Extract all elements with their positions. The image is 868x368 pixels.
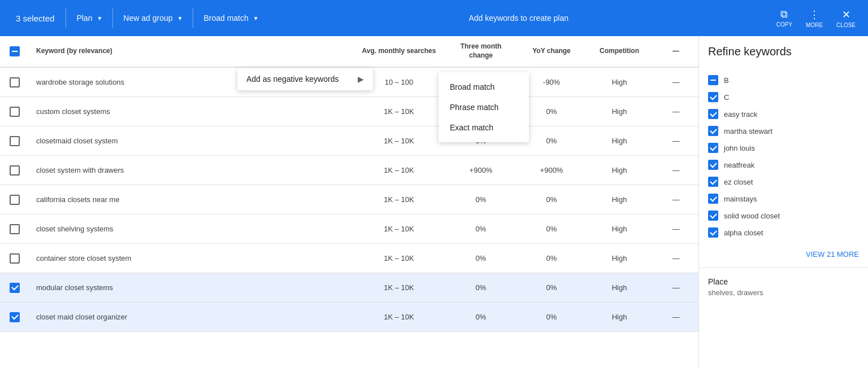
competition-cell: High (585, 195, 653, 204)
refine-item-label: martha stewart (724, 127, 772, 135)
header-extra: — (653, 47, 698, 56)
new-ad-group-button[interactable]: New ad group ▼ (115, 9, 190, 27)
extra-cell: — (653, 107, 698, 116)
row-checkbox[interactable] (10, 253, 20, 264)
keyword-cell: closet system with drawers (29, 166, 354, 174)
header-yoy: YoY change (518, 47, 585, 56)
header-checkbox-cell[interactable] (0, 46, 29, 56)
selected-count: 3 selected (7, 14, 63, 23)
extra-cell: — (653, 78, 698, 86)
refine-item-label: john louis (724, 144, 755, 152)
row-checkbox-cell[interactable] (0, 165, 29, 176)
row-checkbox-cell[interactable] (0, 77, 29, 87)
plan-button[interactable]: Plan ▼ (68, 9, 110, 27)
row-checkbox-cell[interactable] (0, 195, 29, 205)
refine-item[interactable]: john louis (708, 139, 859, 156)
close-button[interactable]: ✕ CLOSE (831, 5, 861, 32)
avg-monthly-cell: 1K – 10K (354, 195, 444, 204)
brands-section: B C easy track martha stewart john louis (699, 67, 868, 246)
refine-checked-checkbox[interactable] (708, 92, 718, 102)
row-checkbox[interactable] (10, 77, 20, 87)
broad-match-option[interactable]: Broad match (439, 77, 529, 97)
extra-cell: — (653, 225, 698, 233)
row-checkbox-cell[interactable] (0, 283, 29, 293)
competition-cell: High (585, 225, 653, 233)
competition-cell: High (585, 283, 653, 292)
row-checkbox-cell[interactable] (0, 253, 29, 264)
refine-checked-checkbox[interactable] (708, 177, 718, 187)
refine-item[interactable]: alpha closet (708, 224, 859, 241)
row-checkbox[interactable] (10, 165, 20, 176)
header-three-month: Three month change (444, 42, 518, 60)
refine-checked-checkbox[interactable] (708, 160, 718, 170)
refine-item-label: neatfreak (724, 161, 754, 169)
table-row: closet system with drawers 1K – 10K +900… (0, 156, 698, 185)
place-section: Place shelves, drawers (699, 268, 868, 306)
refine-checked-checkbox[interactable] (708, 143, 718, 153)
view-more-button[interactable]: VIEW 21 MORE (699, 246, 868, 263)
row-checkbox-checked[interactable] (10, 312, 20, 322)
broad-match-button[interactable]: Broad match ▼ (196, 9, 266, 27)
extra-cell: — (653, 313, 698, 321)
panel-title: Refine keywords (699, 45, 868, 67)
refine-minus-checkbox[interactable] (708, 75, 718, 85)
yoy-cell: 0% (518, 254, 585, 262)
table-row: container store closet system 1K – 10K 0… (0, 244, 698, 273)
refine-checked-checkbox[interactable] (708, 227, 718, 238)
refine-item[interactable]: ez closet (708, 173, 859, 190)
refine-item[interactable]: martha stewart (708, 122, 859, 139)
refine-item[interactable]: C (708, 89, 859, 106)
refine-item-label: easy track (724, 110, 757, 119)
refine-item-label: mainstays (724, 195, 757, 203)
row-checkbox-checked[interactable] (10, 283, 20, 293)
refine-item-label: C (724, 93, 729, 102)
refine-item[interactable]: neatfreak (708, 156, 859, 173)
competition-cell: High (585, 166, 653, 174)
more-icon: ⋮ (809, 8, 819, 21)
avg-monthly-cell: 1K – 10K (354, 166, 444, 174)
toolbar-right-actions: ⧉ COPY ⋮ MORE ✕ CLOSE (771, 5, 861, 32)
exact-match-option[interactable]: Exact match (439, 117, 529, 138)
refine-checked-checkbox[interactable] (708, 211, 718, 221)
minus-bar-icon (710, 80, 716, 81)
select-all-checkbox[interactable] (10, 46, 20, 56)
minus-icon (12, 51, 18, 52)
avg-monthly-cell: 1K – 10K (354, 107, 444, 116)
refine-checked-checkbox[interactable] (708, 194, 718, 204)
row-checkbox-cell[interactable] (0, 107, 29, 117)
three-month-cell: +900% (444, 166, 518, 174)
table-row: modular closet systems 1K – 10K 0% 0% Hi… (0, 273, 698, 303)
row-checkbox-cell[interactable] (0, 312, 29, 322)
extra-cell: — (653, 195, 698, 204)
row-checkbox[interactable] (10, 107, 20, 117)
table-header: Keyword (by relevance) Avg. monthly sear… (0, 36, 698, 68)
extra-cell: — (653, 283, 698, 292)
competition-cell: High (585, 107, 653, 116)
refine-item-label: alpha closet (724, 229, 763, 237)
row-checkbox-cell[interactable] (0, 224, 29, 234)
new-ad-group-chevron-icon: ▼ (177, 15, 183, 21)
refine-item-label: solid wood closet (724, 212, 780, 220)
add-negative-keywords-menu-item[interactable]: Add as negative keywords ▶ (237, 68, 373, 90)
phrase-match-option[interactable]: Phrase match (439, 97, 529, 117)
place-title: Place (708, 277, 859, 286)
header-keyword: Keyword (by relevance) (29, 47, 354, 56)
row-checkbox[interactable] (10, 224, 20, 234)
extra-cell: — (653, 254, 698, 262)
row-checkbox-cell[interactable] (0, 136, 29, 146)
row-checkbox[interactable] (10, 136, 20, 146)
three-month-cell: 0% (444, 313, 518, 321)
refine-item-label: ez closet (724, 178, 753, 186)
refine-item[interactable]: solid wood closet (708, 207, 859, 224)
refine-checked-checkbox[interactable] (708, 109, 718, 119)
copy-button[interactable]: ⧉ COPY (771, 5, 798, 31)
refine-item[interactable]: B (708, 72, 859, 89)
refine-checked-checkbox[interactable] (708, 126, 718, 136)
row-checkbox[interactable] (10, 195, 20, 205)
avg-monthly-cell: 1K – 10K (354, 313, 444, 321)
refine-item[interactable]: easy track (708, 106, 859, 122)
more-button[interactable]: ⋮ MORE (800, 5, 828, 32)
competition-cell: High (585, 254, 653, 262)
keyword-cell: closet shelving systems (29, 225, 354, 233)
refine-item[interactable]: mainstays (708, 190, 859, 207)
